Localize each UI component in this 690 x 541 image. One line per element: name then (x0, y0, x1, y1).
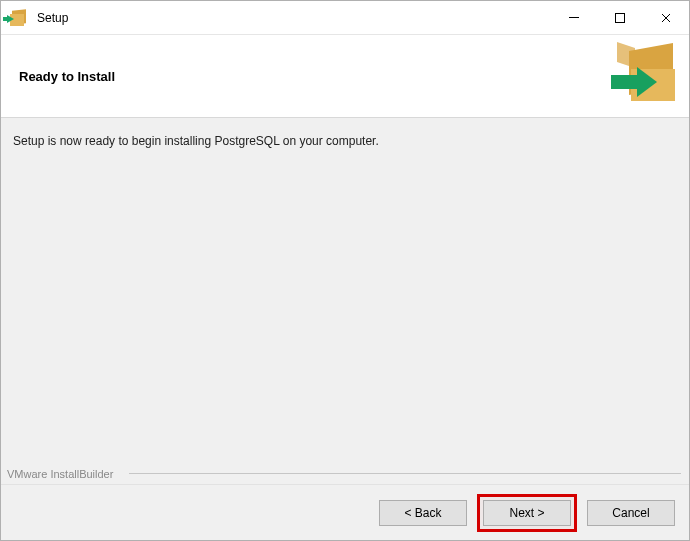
titlebar: Setup (1, 1, 689, 35)
window-title: Setup (37, 11, 68, 25)
back-button[interactable]: < Back (379, 500, 467, 526)
ready-message: Setup is now ready to begin installing P… (13, 134, 677, 148)
cancel-button[interactable]: Cancel (587, 500, 675, 526)
wizard-body: Setup is now ready to begin installing P… (1, 117, 689, 484)
builder-credit: VMware InstallBuilder (7, 468, 113, 480)
page-title: Ready to Install (19, 69, 115, 84)
close-button[interactable] (643, 1, 689, 35)
wizard-header: Ready to Install (1, 35, 689, 117)
maximize-button[interactable] (597, 1, 643, 35)
next-button-highlight: Next > (477, 494, 577, 532)
minimize-button[interactable] (551, 1, 597, 35)
installer-box-icon (9, 8, 29, 28)
back-button-wrap: < Back (379, 500, 467, 526)
installer-box-large-icon (613, 47, 675, 105)
cancel-button-wrap: Cancel (587, 500, 675, 526)
divider (129, 473, 681, 474)
next-button[interactable]: Next > (483, 500, 571, 526)
wizard-footer: < Back Next > Cancel (1, 484, 689, 540)
